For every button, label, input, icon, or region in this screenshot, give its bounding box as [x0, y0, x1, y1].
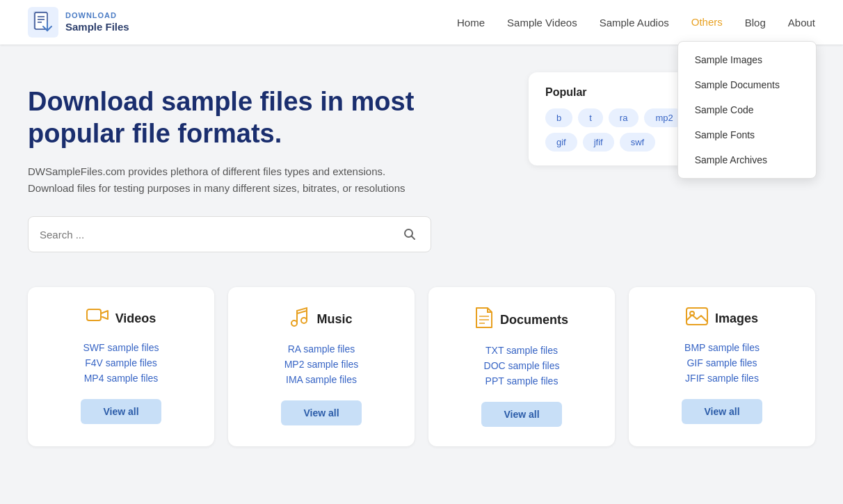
link-gif[interactable]: GIF sample files: [687, 357, 757, 368]
images-view-all-button[interactable]: View all: [682, 399, 762, 424]
card-music-links: RA sample files MP2 sample files IMA sam…: [242, 343, 401, 385]
hero-title: Download sample files in most popular fi…: [28, 86, 501, 149]
link-bmp[interactable]: BMP sample files: [684, 342, 760, 353]
nav-about[interactable]: About: [788, 17, 815, 29]
cards-grid: Videos SWF sample files F4V sample files…: [28, 287, 815, 446]
link-f4v[interactable]: F4V sample files: [85, 357, 156, 368]
card-images-title: Images: [715, 311, 758, 326]
card-documents-title: Documents: [500, 313, 568, 327]
tag-swf[interactable]: swf: [620, 133, 656, 152]
logo-sample-files-label: Sample Files: [65, 21, 129, 33]
card-documents: Documents TXT sample files DOC sample fi…: [428, 287, 615, 446]
dropdown-sample-code[interactable]: Sample Code: [678, 97, 816, 122]
link-mp4[interactable]: MP4 sample files: [84, 373, 159, 384]
header: DOWNLOAD Sample Files Home Sample Videos…: [0, 0, 843, 44]
card-images: Images BMP sample files GIF sample files…: [629, 287, 815, 446]
card-documents-links: TXT sample files DOC sample files PPT sa…: [442, 345, 601, 387]
dropdown-sample-archives[interactable]: Sample Archives: [678, 147, 816, 172]
hero-left: Download sample files in most popular fi…: [28, 86, 501, 252]
tag-gif[interactable]: gif: [545, 133, 577, 152]
link-ppt[interactable]: PPT sample files: [485, 375, 559, 387]
svg-rect-14: [687, 308, 707, 325]
card-images-header: Images: [686, 307, 758, 331]
image-icon: [686, 307, 708, 331]
link-ima[interactable]: IMA sample files: [286, 374, 357, 385]
search-input[interactable]: [40, 229, 400, 241]
logo-text: DOWNLOAD Sample Files: [65, 11, 129, 33]
svg-line-10: [297, 311, 307, 314]
nav-home[interactable]: Home: [457, 17, 485, 29]
card-images-links: BMP sample files GIF sample files JFIF s…: [643, 342, 801, 384]
link-ra[interactable]: RA sample files: [288, 343, 355, 355]
link-mp2[interactable]: MP2 sample files: [284, 359, 359, 370]
search-button[interactable]: [400, 225, 419, 244]
link-jfif[interactable]: JFIF sample files: [685, 373, 759, 384]
video-icon: [86, 307, 109, 331]
logo-icon: [28, 7, 58, 38]
documents-view-all-button[interactable]: View all: [481, 402, 561, 427]
link-swf[interactable]: SWF sample files: [83, 342, 159, 353]
card-music-title: Music: [316, 312, 352, 327]
dropdown-sample-documents[interactable]: Sample Documents: [678, 72, 816, 97]
card-videos-title: Videos: [115, 311, 156, 326]
svg-line-8: [412, 236, 415, 240]
cards-section: Videos SWF sample files F4V sample files…: [0, 273, 843, 474]
tag-t[interactable]: t: [578, 108, 603, 127]
tag-jfif[interactable]: jfif: [583, 133, 614, 152]
nav-sample-videos[interactable]: Sample Videos: [507, 17, 577, 29]
dropdown-sample-fonts[interactable]: Sample Fonts: [678, 122, 816, 147]
main-nav: Home Sample Videos Sample Audios Others …: [457, 16, 815, 29]
nav-others[interactable]: Others: [691, 16, 723, 28]
card-videos: Videos SWF sample files F4V sample files…: [28, 287, 214, 446]
nav-others-wrapper: Others Sample Images Sample Documents Sa…: [691, 16, 723, 29]
card-documents-header: Documents: [475, 307, 568, 334]
card-music: Music RA sample files MP2 sample files I…: [228, 287, 415, 446]
others-dropdown: Sample Images Sample Documents Sample Co…: [677, 41, 817, 179]
music-icon: [290, 307, 310, 332]
link-txt[interactable]: TXT sample files: [485, 345, 558, 356]
tag-ra[interactable]: ra: [609, 108, 639, 127]
music-view-all-button[interactable]: View all: [281, 400, 361, 425]
card-videos-header: Videos: [86, 307, 156, 331]
nav-sample-audios[interactable]: Sample Audios: [600, 17, 669, 29]
search-bar: [28, 216, 431, 252]
nav-blog[interactable]: Blog: [745, 17, 766, 29]
link-doc[interactable]: DOC sample files: [484, 360, 560, 371]
search-icon: [403, 227, 417, 241]
card-videos-links: SWF sample files F4V sample files MP4 sa…: [42, 342, 200, 384]
svg-rect-9: [87, 309, 101, 320]
tag-b[interactable]: b: [545, 108, 572, 127]
videos-view-all-button[interactable]: View all: [81, 399, 161, 424]
logo[interactable]: DOWNLOAD Sample Files: [28, 7, 129, 38]
hero-description: DWSampleFiles.com provides plethora of d…: [28, 163, 431, 197]
logo-download-label: DOWNLOAD: [65, 11, 129, 20]
dropdown-sample-images[interactable]: Sample Images: [678, 47, 816, 72]
card-music-header: Music: [290, 307, 352, 332]
document-icon: [475, 307, 493, 334]
svg-rect-2: [35, 13, 47, 29]
